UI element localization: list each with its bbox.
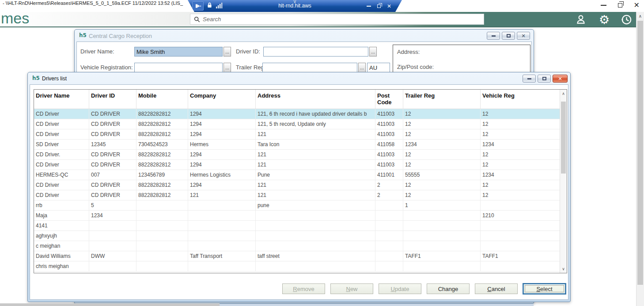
table-cell: 411003 [375,129,403,140]
scrollbar-thumb[interactable] [637,21,643,285]
table-row[interactable]: CD DriverCD DRIVER882282828121294121, 6 … [34,109,567,119]
table-cell [188,211,256,221]
table-row[interactable]: 4141 [34,221,567,231]
table-cell: 007 [89,170,136,180]
table-cell: 1294 [188,160,256,170]
drivers-window-title: Drivers list [42,76,67,82]
drivers-minimize-button[interactable] [523,75,536,83]
scroll-down-icon[interactable]: ∨ [560,267,567,271]
column-header[interactable]: Post Code [375,90,403,109]
table-scrollbar[interactable]: ∧ ∨ [560,90,567,273]
table-cell: CD DRIVER [89,109,136,119]
app-restore-button[interactable] [618,3,622,8]
trailer-reg-lookup-button[interactable]: ... [358,63,366,72]
table-cell [256,261,375,272]
table-row[interactable]: aghxyujh [34,231,567,241]
table-row[interactable]: HERMES-QC007123456789Hermes LogisticsPun… [34,170,567,180]
drivers-window-titlebar[interactable]: h5 Drivers list ✕ [28,72,570,84]
cargo-maximize-button[interactable] [502,32,515,40]
table-cell [89,261,136,272]
app-minimize-button[interactable] [601,5,606,6]
column-header[interactable]: Driver Name [34,90,89,109]
table-cell [89,221,136,231]
table-cell: CD DRIVER [89,190,136,200]
rdp-minimize-button[interactable] [367,6,371,7]
table-row[interactable]: CD DriverCD DRIVER882282828121294121, 5 … [34,119,567,129]
table-cell [89,231,136,241]
table-row[interactable]: CD Driver.CD DRIVER882282828121294121411… [34,150,567,160]
table-cell [375,221,403,231]
column-header[interactable]: Mobile [136,90,188,109]
select-button[interactable]: Select [523,283,566,294]
table-cell: c meighan [34,241,89,251]
address-label: Address: [397,49,420,55]
drivers-maximize-button[interactable] [538,75,551,83]
table-cell [481,200,561,211]
table-row[interactable]: SD Driver123457304524523HermesTara Icon4… [34,140,567,150]
new-button[interactable]: New [330,283,373,294]
remove-button[interactable]: Remove [282,283,325,294]
column-header[interactable]: Address [256,90,375,109]
table-cell: 12 [481,160,561,170]
rdp-restore-button[interactable] [377,4,381,8]
table-row[interactable]: CD DriverCD DRIVER8822828281212941214110… [34,129,567,140]
driver-name-input[interactable] [134,47,223,57]
cargo-minimize-button[interactable] [487,32,500,40]
search-input[interactable] [190,14,484,24]
drivers-close-button[interactable]: ✕ [553,75,568,83]
driver-id-label: Driver ID: [236,48,260,55]
app-close-button[interactable]: ✕ [634,2,640,9]
table-cell [256,221,375,231]
trailer-reg-input[interactable] [262,63,357,72]
table-cell: 123456789 [136,170,188,180]
app-scrollbar[interactable]: ∧ [636,12,644,306]
table-cell: chris meighan [34,261,89,272]
table-cell [403,211,481,221]
rdp-close-button[interactable]: ✕ [387,3,391,9]
driver-name-lookup-button[interactable]: ... [224,47,231,57]
change-button[interactable]: Change [427,283,470,294]
column-header[interactable]: Driver ID [89,90,136,109]
table-cell: 12 [403,150,481,160]
table-row[interactable]: David WilliamsDWWTaff Transporttaff stre… [34,251,567,261]
table-row[interactable]: Maja12341210 [34,211,567,221]
update-button[interactable]: Update [379,283,421,294]
drivers-table-body: CD DriverCD DRIVER882282828121294121, 6 … [34,109,567,272]
table-cell: 1234 [403,140,481,150]
vehicle-registration-input[interactable] [134,63,223,72]
vehicle-registration-lookup-button[interactable]: ... [224,63,231,72]
table-cell: 411001 [375,170,403,180]
table-row[interactable]: rrb5pune1 [34,200,567,211]
table-row[interactable]: CD DriverCD DRIVER8822828281212941212121… [34,180,567,190]
driver-id-input[interactable] [263,47,368,57]
cancel-button[interactable]: Cancel [475,283,518,294]
scroll-up-icon[interactable]: ∧ [560,91,567,96]
history-icon[interactable] [620,13,633,26]
cargo-window-titlebar[interactable]: h5 Central Cargo Reception ✕ [75,30,534,41]
table-cell: Pune [256,170,375,180]
scroll-up-icon[interactable]: ∧ [636,14,644,19]
dialog-button-bar: RemoveNewUpdateChangeCancelSelect [30,283,566,294]
scrollbar-thumb[interactable] [561,102,566,174]
table-cell [481,261,561,272]
column-header[interactable]: Vehicle Reg [481,90,561,109]
column-header[interactable]: Company [188,90,256,109]
table-cell [136,231,188,241]
table-cell: CD DRIVER [89,150,136,160]
table-cell [403,231,481,241]
table-cell: 12 [481,150,561,160]
table-row[interactable]: CD DriverCD DRIVER8822828281212112121212 [34,190,567,200]
table-row[interactable]: CD DriverCD DRIVER8822828281212941214110… [34,160,567,170]
gear-icon[interactable]: ⚙ [598,13,611,26]
cargo-close-button[interactable]: ✕ [517,32,530,40]
column-header[interactable]: Trailer Reg [403,90,481,109]
driver-id-lookup-button[interactable]: ... [369,47,377,57]
table-row[interactable]: chris meighan [34,261,567,272]
country-input[interactable] [367,63,390,72]
table-cell: 12345 [89,140,136,150]
driver-name-label: Driver Name: [80,48,114,55]
table-cell [256,241,375,251]
user-icon[interactable] [574,13,587,26]
table-row[interactable]: c meighan [34,241,567,251]
table-cell: 88228282812 [136,129,188,140]
